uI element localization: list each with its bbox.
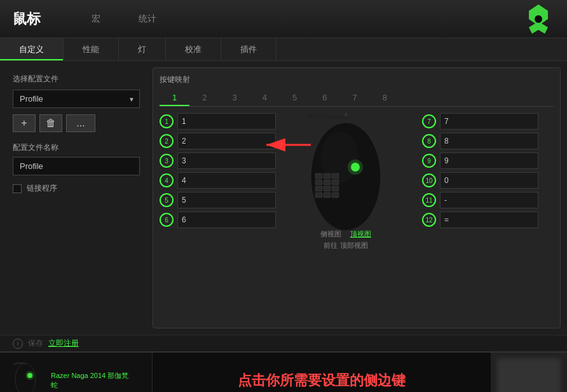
panel-tab-6[interactable]: 6: [310, 90, 339, 106]
profile-name-input[interactable]: [13, 157, 140, 175]
button-9-circle[interactable]: 9: [422, 154, 436, 168]
panel-tab-2[interactable]: 2: [189, 90, 219, 106]
svg-rect-7: [315, 173, 322, 179]
header-tabs: 宏 统计: [92, 13, 156, 25]
red-arrow-icon: [263, 132, 314, 158]
right-button-list: 7 8 9 10 11: [422, 113, 538, 250]
link-program-checkbox[interactable]: [13, 184, 22, 193]
svg-rect-15: [332, 186, 339, 191]
svg-rect-16: [315, 193, 322, 198]
subnav-light[interactable]: 灯: [119, 38, 166, 60]
button-3-input[interactable]: [177, 152, 276, 169]
table-row: 6: [160, 212, 276, 228]
table-row: 11: [422, 192, 538, 208]
profile-name-label: 配置文件名称: [13, 142, 140, 153]
button-6-circle[interactable]: 6: [160, 213, 174, 227]
panel-content: 1 2 3 4 5: [160, 113, 554, 250]
nav-label-area: 前往 顶部视图: [324, 239, 367, 250]
panel-tab-4[interactable]: 4: [250, 90, 280, 106]
subnav-calibrate[interactable]: 校准: [166, 38, 221, 60]
button-9-input[interactable]: [440, 152, 538, 169]
blur-placeholder: [497, 358, 561, 392]
button-8-circle[interactable]: 8: [422, 134, 436, 148]
table-row: 8: [422, 133, 538, 149]
mouse-illustration: [295, 113, 397, 234]
subnav-performance[interactable]: 性能: [64, 38, 119, 60]
link-program-row: 链接程序: [13, 183, 140, 194]
button-3-circle[interactable]: 3: [160, 154, 174, 168]
sidebar: 选择配置文件 Profile ▼ + 🗑 ... 配置文件名称 链接程序: [0, 61, 153, 335]
top-view-link[interactable]: 顶视图: [350, 230, 371, 238]
delete-profile-button[interactable]: 🗑: [39, 114, 62, 132]
register-link[interactable]: 立即注册: [48, 338, 79, 349]
svg-rect-9: [332, 173, 339, 179]
table-row: 12: [422, 212, 538, 228]
more-options-button[interactable]: ...: [66, 114, 95, 132]
button-10-input[interactable]: [440, 172, 538, 189]
svg-rect-11: [324, 180, 331, 185]
svg-rect-8: [324, 173, 331, 179]
button-7-circle[interactable]: 7: [422, 114, 436, 128]
button-11-input[interactable]: [440, 192, 538, 208]
button-10-circle[interactable]: 10: [422, 173, 436, 187]
device-mouse-svg: [13, 362, 38, 392]
button-1-input[interactable]: [177, 113, 276, 130]
button-2-input[interactable]: [177, 133, 276, 149]
table-row: 2: [160, 133, 276, 149]
button-8-input[interactable]: [440, 133, 538, 149]
svg-point-6: [348, 159, 363, 175]
trash-icon: 🗑: [46, 118, 56, 129]
tab-macro[interactable]: 宏: [92, 13, 100, 25]
table-row: 4: [160, 172, 276, 189]
subnav-plugins[interactable]: 插件: [221, 38, 277, 60]
tab-stats[interactable]: 统计: [139, 13, 156, 25]
bottom-main-area: 点击你所需要设置的侧边键: [153, 353, 491, 392]
svg-rect-12: [332, 180, 339, 185]
side-view-label: 侧视图: [320, 230, 341, 238]
table-row: 5: [160, 192, 276, 208]
button-5-input[interactable]: [177, 192, 276, 208]
razer-logo: [523, 3, 554, 35]
left-button-list: 1 2 3 4 5: [160, 113, 276, 250]
info-icon: i: [13, 339, 23, 349]
panel-tab-3[interactable]: 3: [219, 90, 249, 106]
header: 鼠标 宏 统计: [0, 0, 567, 38]
panel-tabs: 1 2 3 4 5 6 7 8: [160, 90, 554, 107]
button-6-input[interactable]: [177, 212, 276, 228]
svg-point-21: [25, 371, 34, 380]
profile-actions: + 🗑 ...: [13, 114, 140, 132]
nav-label: 前往 顶部视图: [324, 241, 367, 249]
panel-tab-7[interactable]: 7: [339, 90, 369, 106]
table-row: 3: [160, 152, 276, 169]
button-12-input[interactable]: [440, 212, 538, 228]
device-name: Razer Naga 2014 那伽梵 蛇: [51, 371, 128, 391]
svg-rect-10: [315, 180, 322, 185]
subnav-customize[interactable]: 自定义: [0, 38, 64, 60]
device-info: Razer Naga 2014 那伽梵 蛇: [0, 353, 153, 392]
mouse-area: 侧视图 顶视图 前往 顶部视图: [289, 113, 403, 250]
view-labels: 侧视图 顶视图: [320, 227, 371, 239]
button-4-circle[interactable]: 4: [160, 173, 174, 187]
button-7-input[interactable]: [440, 113, 538, 130]
add-profile-button[interactable]: +: [13, 114, 36, 132]
mapping-panel: 按键映射 1 2 3 4 5 6 7 8 1 2: [153, 67, 561, 328]
sub-nav: 自定义 性能 灯 校准 插件: [0, 38, 567, 61]
bottom-right-blur: [491, 353, 567, 392]
button-11-circle[interactable]: 11: [422, 193, 436, 207]
button-12-circle[interactable]: 12: [422, 213, 436, 227]
table-row: 10: [422, 172, 538, 189]
button-5-circle[interactable]: 5: [160, 193, 174, 207]
bottom-instruction-text: 点击你所需要设置的侧边键: [238, 371, 406, 390]
table-row: 9: [422, 152, 538, 169]
panel-title: 按键映射: [160, 74, 554, 85]
profile-select[interactable]: Profile: [13, 90, 140, 108]
button-2-circle[interactable]: 2: [160, 134, 174, 148]
panel-tab-8[interactable]: 8: [370, 90, 400, 106]
button-4-input[interactable]: [177, 172, 276, 189]
button-1-circle[interactable]: 1: [160, 114, 174, 128]
panel-tab-1[interactable]: 1: [160, 90, 189, 106]
link-program-label: 链接程序: [27, 183, 57, 194]
table-row: 7: [422, 113, 538, 130]
panel-tab-5[interactable]: 5: [280, 90, 310, 106]
status-bar: i 保存 立即注册: [0, 335, 567, 351]
